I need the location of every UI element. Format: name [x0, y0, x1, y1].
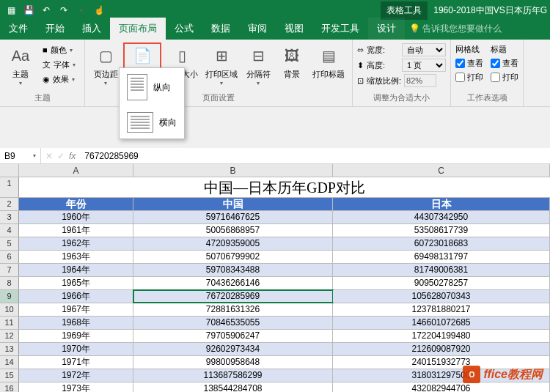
effects-button[interactable]: ◉ 效果 ▾ [38, 72, 80, 86]
row-header[interactable]: 12 [0, 330, 19, 342]
height-select[interactable]: 1 页 [402, 59, 446, 72]
cell-year[interactable]: 1960年 [19, 211, 133, 223]
cell-japan[interactable]: 212609087920 [333, 343, 550, 355]
tab-insert[interactable]: 插入 [73, 18, 110, 40]
header-year[interactable]: 年份 [19, 198, 133, 210]
cell-japan[interactable]: 44307342950 [333, 211, 550, 223]
tab-file[interactable]: 文件 [0, 18, 37, 40]
cell-china[interactable]: 59708343488 [133, 264, 333, 276]
cell-china[interactable]: 59716467625 [133, 211, 333, 223]
cell-china[interactable]: 79705906247 [133, 330, 333, 342]
cell-china[interactable]: 138544284708 [133, 382, 333, 392]
width-select[interactable]: 自动 [402, 43, 446, 56]
headings-view-checkbox[interactable] [491, 59, 500, 68]
row-header[interactable]: 14 [0, 356, 19, 369]
colors-button[interactable]: ■ 颜色 ▾ [38, 42, 80, 57]
row-header[interactable]: 15 [0, 369, 19, 382]
cell-china[interactable]: 70436266146 [133, 277, 333, 289]
row-header[interactable]: 3 [0, 211, 19, 223]
gridlines-print-checkbox[interactable] [455, 73, 465, 82]
row-header[interactable]: 16 [0, 382, 19, 392]
cell-japan[interactable]: 146601072685 [333, 317, 550, 329]
margins-button[interactable]: ▢ 页边距 ▾ [89, 42, 122, 91]
cell-year[interactable]: 1961年 [19, 224, 133, 237]
cell-china[interactable]: 72881631326 [133, 303, 333, 316]
cell-year[interactable]: 1973年 [19, 382, 133, 392]
qat-customize-icon[interactable]: ▾ [73, 2, 89, 18]
headings-print-checkbox[interactable] [491, 73, 500, 82]
row-header[interactable]: 1 [0, 177, 19, 197]
cell-china[interactable]: 50056868957 [133, 224, 333, 237]
undo-icon[interactable]: ↶ [38, 2, 54, 18]
tab-data[interactable]: 数据 [202, 18, 239, 40]
row-header[interactable]: 9 [0, 290, 19, 303]
cancel-icon[interactable]: ✕ [45, 151, 53, 161]
print-titles-button[interactable]: ▤ 打印标题 [309, 42, 348, 91]
col-header-a[interactable]: A [19, 164, 133, 177]
cell-japan[interactable]: 60723018683 [333, 237, 550, 250]
tab-review[interactable]: 审阅 [239, 18, 276, 40]
cell-japan[interactable]: 105628070343 [333, 290, 550, 303]
tab-dev[interactable]: 开发工具 [312, 18, 368, 40]
enter-icon[interactable]: ✓ [57, 151, 65, 161]
tab-view[interactable]: 视图 [276, 18, 312, 40]
cell-year[interactable]: 1965年 [19, 277, 133, 289]
orientation-landscape[interactable]: 横向 [120, 106, 184, 138]
gridlines-view-checkbox[interactable] [455, 59, 465, 68]
cell-china[interactable]: 113687586299 [133, 369, 333, 382]
row-header[interactable]: 5 [0, 237, 19, 250]
cell-china[interactable]: 76720285969 [133, 290, 333, 303]
cell-year[interactable]: 1962年 [19, 237, 133, 250]
row-header[interactable]: 11 [0, 317, 19, 329]
scale-input[interactable] [404, 74, 436, 87]
title-cell[interactable]: 中国—日本历年GDP对比 [19, 177, 550, 198]
cell-china[interactable]: 99800958648 [133, 356, 333, 369]
cell-year[interactable]: 1969年 [19, 330, 133, 342]
tab-home[interactable]: 开始 [37, 18, 73, 40]
header-china[interactable]: 中国 [133, 198, 333, 210]
cell-year[interactable]: 1963年 [19, 251, 133, 263]
cell-japan[interactable]: 123781880217 [333, 303, 550, 316]
background-button[interactable]: 🖼 背景 [276, 42, 308, 91]
cell-china[interactable]: 92602973434 [133, 343, 333, 355]
save-icon[interactable]: 💾 [21, 2, 37, 18]
breaks-button[interactable]: ⊟ 分隔符 ▾ [242, 42, 274, 91]
formula-input[interactable] [80, 151, 550, 161]
touch-mode-icon[interactable]: ☝ [91, 2, 107, 18]
cell-year[interactable]: 1970年 [19, 343, 133, 355]
cell-china[interactable]: 70846535055 [133, 317, 333, 329]
cell-japan[interactable]: 172204199480 [333, 330, 550, 342]
tell-me-search[interactable]: 💡 告诉我您想要做什么 [405, 18, 506, 40]
row-header[interactable]: 13 [0, 343, 19, 355]
name-box[interactable]: B9 ▾ [0, 148, 41, 163]
select-all-corner[interactable] [0, 164, 19, 177]
row-header[interactable]: 6 [0, 251, 19, 263]
themes-button[interactable]: Aa 主题 ▾ [4, 42, 37, 91]
cell-year[interactable]: 1964年 [19, 264, 133, 276]
tab-formula[interactable]: 公式 [166, 18, 202, 40]
fonts-button[interactable]: 文 字体 ▾ [38, 57, 80, 72]
col-header-c[interactable]: C [333, 164, 550, 177]
cell-year[interactable]: 1967年 [19, 303, 133, 316]
row-header[interactable]: 10 [0, 303, 19, 316]
row-header[interactable]: 4 [0, 224, 19, 237]
row-header[interactable]: 7 [0, 264, 19, 276]
cell-year[interactable]: 1972年 [19, 369, 133, 382]
cell-japan[interactable]: 90950278257 [333, 277, 550, 289]
app-menu-icon[interactable]: ▦ [3, 2, 19, 18]
cell-year[interactable]: 1966年 [19, 290, 133, 303]
fx-icon[interactable]: fx [69, 151, 76, 161]
cell-year[interactable]: 1971年 [19, 356, 133, 369]
tab-page-layout[interactable]: 页面布局 [110, 18, 166, 40]
cell-china[interactable]: 47209359005 [133, 237, 333, 250]
col-header-b[interactable]: B [133, 164, 333, 177]
print-area-button[interactable]: ⊞ 打印区域 ▾ [202, 42, 241, 91]
cell-year[interactable]: 1968年 [19, 317, 133, 329]
header-japan[interactable]: 日本 [333, 198, 550, 210]
redo-icon[interactable]: ↷ [56, 2, 72, 18]
cell-japan[interactable]: 432082944706 [333, 382, 550, 392]
cell-china[interactable]: 50706799902 [133, 251, 333, 263]
orientation-portrait[interactable]: 纵向 [120, 68, 184, 106]
cell-japan[interactable]: 81749006381 [333, 264, 550, 276]
cell-japan[interactable]: 53508617739 [333, 224, 550, 237]
